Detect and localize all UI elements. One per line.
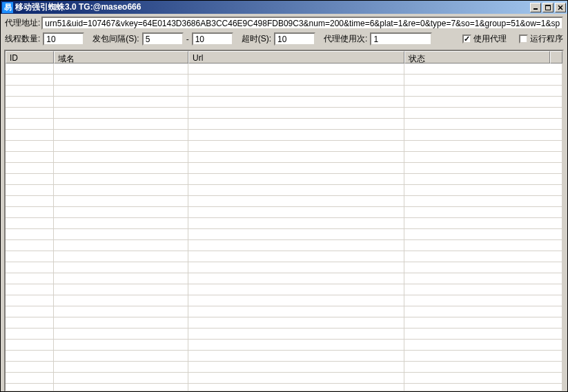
cell-id	[6, 295, 54, 306]
cell-id	[6, 351, 54, 361]
column-domain[interactable]: 域名	[54, 51, 188, 63]
cell-domain	[54, 207, 188, 217]
cell-id	[6, 163, 54, 173]
timeout-input[interactable]	[274, 32, 315, 46]
table-row[interactable]	[6, 174, 562, 185]
cell-url	[188, 351, 404, 361]
interval-separator: -	[186, 35, 189, 44]
table-row[interactable]	[6, 340, 562, 351]
column-url[interactable]: Url	[188, 51, 404, 63]
cell-domain	[54, 284, 188, 295]
titlebar: 易 移动强引蜘蛛3.0 TG:@maseo666	[1, 1, 567, 14]
table-row[interactable]	[6, 152, 562, 163]
cell-id	[6, 229, 54, 239]
cell-url	[188, 240, 404, 251]
cell-domain	[54, 163, 188, 173]
cell-url	[188, 86, 404, 96]
table-row[interactable]	[6, 75, 562, 86]
table-body[interactable]	[6, 63, 562, 391]
use-proxy-label: 使用代理	[473, 33, 507, 45]
cell-domain	[54, 295, 188, 306]
cell-status	[404, 75, 562, 85]
cell-url	[188, 373, 404, 383]
cell-status	[404, 273, 562, 284]
table-row[interactable]	[6, 119, 562, 130]
cell-url	[188, 251, 404, 262]
cell-id	[6, 340, 54, 350]
cell-status	[404, 163, 562, 173]
interval-min-input[interactable]	[142, 32, 184, 46]
table-row[interactable]	[6, 284, 562, 295]
thread-count-input[interactable]	[43, 32, 84, 46]
table-row[interactable]	[6, 329, 562, 340]
cell-url	[188, 196, 404, 206]
run-program-checkbox[interactable]	[519, 35, 528, 43]
cell-id	[6, 108, 54, 118]
minimize-button[interactable]	[530, 3, 541, 12]
proxy-address-label: 代理地址:	[5, 17, 40, 29]
table-row[interactable]	[6, 207, 562, 218]
table-row[interactable]	[6, 86, 562, 97]
table-row[interactable]	[6, 185, 562, 196]
table-row[interactable]	[6, 240, 562, 251]
table-row[interactable]	[6, 362, 562, 373]
cell-id	[6, 317, 54, 328]
table-row[interactable]	[6, 373, 562, 384]
cell-domain	[54, 351, 188, 361]
cell-status	[404, 240, 562, 251]
cell-status	[404, 373, 562, 383]
column-status[interactable]: 状态	[404, 51, 550, 63]
interval-max-input[interactable]	[192, 32, 233, 46]
close-button[interactable]	[555, 3, 566, 12]
cell-url	[188, 295, 404, 306]
cell-status	[404, 86, 562, 96]
table-row[interactable]	[6, 262, 562, 273]
maximize-button[interactable]	[542, 3, 554, 12]
cell-status	[404, 119, 562, 129]
column-id[interactable]: ID	[6, 51, 54, 63]
table-row[interactable]	[6, 97, 562, 108]
table-row[interactable]	[6, 141, 562, 152]
cell-url	[188, 75, 404, 85]
settings-row: 线程数量: 发包间隔(S): - 超时(S): 代理使用次: ✓ 使用代理 运行…	[1, 31, 567, 48]
cell-domain	[54, 240, 188, 251]
table-row[interactable]	[6, 63, 562, 75]
table-row[interactable]	[6, 351, 562, 362]
cell-id	[6, 273, 54, 284]
table-header: ID 域名 Url 状态	[6, 51, 562, 63]
table-row[interactable]	[6, 306, 562, 317]
cell-status	[404, 351, 562, 361]
cell-id	[6, 185, 54, 195]
cell-url	[188, 229, 404, 239]
table-row[interactable]	[6, 196, 562, 207]
table-row[interactable]	[6, 295, 562, 306]
cell-id	[6, 362, 54, 372]
cell-url	[188, 141, 404, 151]
cell-id	[6, 152, 54, 162]
cell-domain	[54, 384, 188, 391]
data-table: ID 域名 Url 状态	[4, 50, 564, 392]
table-row[interactable]	[6, 163, 562, 174]
table-row[interactable]	[6, 130, 562, 141]
table-row[interactable]	[6, 251, 562, 262]
table-row[interactable]	[6, 317, 562, 329]
table-row[interactable]	[6, 229, 562, 240]
proxy-address-input[interactable]	[41, 17, 563, 30]
cell-status	[404, 340, 562, 350]
cell-status	[404, 97, 562, 107]
window-title: 移动强引蜘蛛3.0 TG:@maseo666	[15, 1, 530, 13]
table-row[interactable]	[6, 273, 562, 284]
cell-url	[188, 284, 404, 295]
cell-status	[404, 196, 562, 206]
table-row[interactable]	[6, 108, 562, 119]
proxy-use-times-input[interactable]	[370, 32, 432, 46]
use-proxy-checkbox[interactable]: ✓	[462, 35, 471, 43]
cell-url	[188, 63, 404, 74]
cell-url	[188, 329, 404, 339]
table-row[interactable]	[6, 384, 562, 391]
cell-domain	[54, 141, 188, 151]
cell-status	[404, 329, 562, 339]
cell-status	[404, 295, 562, 306]
cell-domain	[54, 152, 188, 162]
table-row[interactable]	[6, 218, 562, 229]
